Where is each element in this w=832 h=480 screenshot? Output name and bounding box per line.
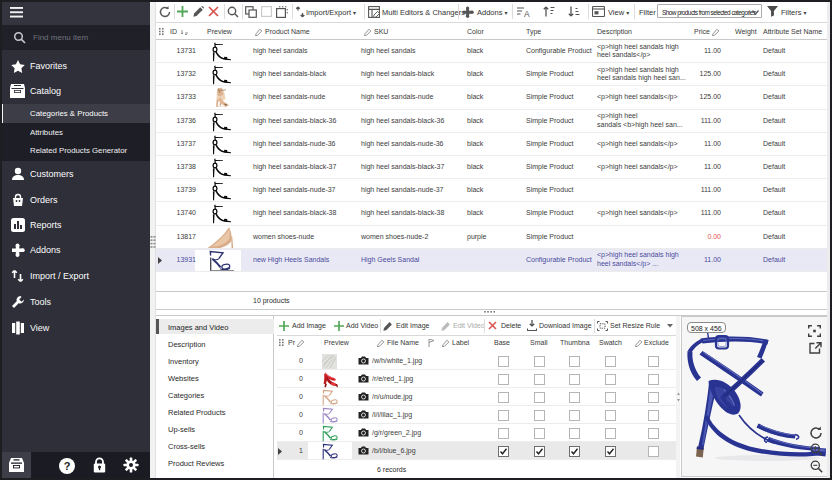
svg-text:A: A xyxy=(524,9,530,18)
svg-text:?: ? xyxy=(64,460,71,472)
